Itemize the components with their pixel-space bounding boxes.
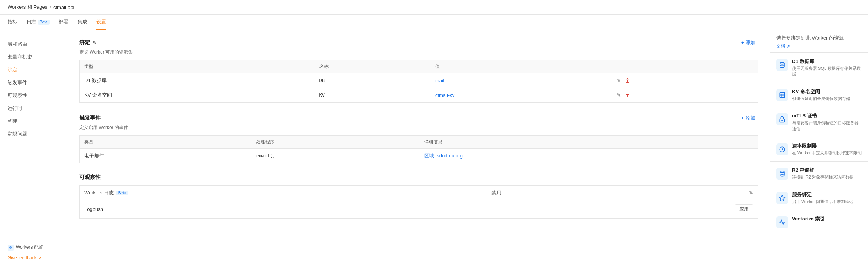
breadcrumb: Workers 和 Pages / cfmail-api xyxy=(0,0,868,15)
sidebar-item-triggers[interactable]: 触发事件 xyxy=(0,76,68,89)
obs-apply-btn-1[interactable]: 应用 xyxy=(735,204,753,214)
tab-label-logs: 日志 xyxy=(26,18,36,25)
obs-label-cell-1: Logpush xyxy=(80,200,487,219)
sidebar: 域和路由变量和机密绑定触发事件可观察性运行时构建常规问题 ⚙ Workers 配… xyxy=(0,30,68,274)
binding-delete-icon-0[interactable]: 🗑 xyxy=(625,77,630,83)
resource-icon-service xyxy=(776,192,788,204)
resource-item-service[interactable]: 服务绑定 启用 Worker 间通信，不增加延迟 xyxy=(770,186,868,210)
sidebar-item-bindings[interactable]: 绑定 xyxy=(0,63,68,76)
resource-item-ratelimit[interactable]: 速率限制器 在 Worker 中定义并强制执行速率限制 xyxy=(770,137,868,162)
tab-integrations[interactable]: 集成 xyxy=(78,15,87,30)
bindings-table-row: D1 数据库 DB mail ✎ 🗑 xyxy=(80,73,758,88)
trigger-actions-0 xyxy=(703,149,758,163)
svg-point-0 xyxy=(780,62,784,64)
breadcrumb-current: cfmail-api xyxy=(53,5,74,10)
workers-config-icon: ⚙ xyxy=(8,245,14,251)
resource-item-kv[interactable]: KV 命名空间 创建低延迟的全局键值数据存储 xyxy=(770,83,868,107)
sidebar-item-runtime[interactable]: 运行时 xyxy=(0,102,68,115)
workers-config-link[interactable]: ⚙ Workers 配置 xyxy=(8,244,60,251)
resource-info-mtls: mTLS 证书 与需要客户端身份验证的目标服务器通信 xyxy=(792,112,862,132)
resource-item-r2[interactable]: R2 存储桶 连接到 R2 对象存储桶来访问数据 xyxy=(770,162,868,186)
binding-edit-icon-0[interactable]: ✎ xyxy=(617,77,621,83)
resource-desc-d1: 使用无服务器 SQL 数据库存储关系数据 xyxy=(792,66,862,77)
sidebar-item-domains[interactable]: 域和路由 xyxy=(0,38,68,51)
bindings-add-button[interactable]: + 添加 xyxy=(738,38,758,48)
svg-rect-1 xyxy=(780,92,785,98)
resource-icon-mtls xyxy=(776,113,788,125)
binding-edit-icon-1[interactable]: ✎ xyxy=(617,92,621,98)
col-type: 类型 xyxy=(80,60,315,73)
binding-value-link-1[interactable]: cfmail-kv xyxy=(435,92,454,98)
obs-label-0: Workers 日志 xyxy=(84,190,114,195)
binding-value-cell-1: cfmail-kv xyxy=(431,88,612,103)
main-layout: 域和路由变量和机密绑定触发事件可观察性运行时构建常规问题 ⚙ Workers 配… xyxy=(0,30,868,274)
resource-item-vectorize[interactable]: Vectorize 索引 xyxy=(770,210,868,234)
resource-name-d1: D1 数据库 xyxy=(792,58,862,65)
resource-desc-service: 启用 Worker 间通信，不增加延迟 xyxy=(792,199,862,205)
triggers-title: 触发事件 xyxy=(79,115,101,122)
resource-item-mtls[interactable]: mTLS 证书 与需要客户端身份验证的目标服务器通信 xyxy=(770,107,868,137)
binding-actions-0: ✎ 🗑 xyxy=(612,73,758,88)
right-panel-title: 选择要绑定到此 Worker 的资源 xyxy=(776,35,862,42)
resource-name-service: 服务绑定 xyxy=(792,191,862,198)
binding-value-link-0[interactable]: mail xyxy=(435,78,444,83)
sidebar-item-build[interactable]: 构建 xyxy=(0,115,68,128)
sidebar-item-observability[interactable]: 可观察性 xyxy=(0,89,68,102)
resource-name-r2: R2 存储桶 xyxy=(792,167,862,174)
resource-desc-ratelimit: 在 Worker 中定义并强制执行速率限制 xyxy=(792,150,862,156)
bindings-title: 绑定 ✎ xyxy=(79,39,96,46)
tab-deployments[interactable]: 部署 xyxy=(59,15,68,30)
give-feedback-link[interactable]: Give feedback ↗ xyxy=(8,255,60,260)
obs-action-cell-1: 应用 xyxy=(596,200,758,219)
binding-name-0: DB xyxy=(315,73,431,88)
binding-value-cell-0: mail xyxy=(431,73,612,88)
bindings-edit-icon[interactable]: ✎ xyxy=(92,40,96,45)
resource-info-service: 服务绑定 启用 Worker 间通信，不增加延迟 xyxy=(792,191,862,205)
col-actions xyxy=(612,60,758,73)
triggers-subtitle: 定义启用 Worker 的事件 xyxy=(79,125,758,131)
doc-link[interactable]: 文档 ↗ xyxy=(776,43,862,49)
resource-icon-vectorize xyxy=(776,216,788,228)
tab-label-deployments: 部署 xyxy=(59,18,68,25)
tab-settings[interactable]: 设置 xyxy=(96,15,106,30)
triggers-header: 触发事件 + 添加 xyxy=(79,113,758,123)
workers-config-label: Workers 配置 xyxy=(16,244,43,251)
trigger-detail-link-0[interactable]: 区域: sdod.eu.org xyxy=(424,153,463,159)
sidebar-item-variables[interactable]: 变量和机密 xyxy=(0,51,68,63)
tab-navigation: 指标日志Beta部署集成设置 xyxy=(0,15,868,30)
resource-desc-r2: 连接到 R2 对象存储桶来访问数据 xyxy=(792,174,862,180)
resource-icon-d1 xyxy=(776,59,788,71)
tab-logs[interactable]: 日志Beta xyxy=(26,15,50,30)
trigger-type-0: 电子邮件 xyxy=(80,149,252,163)
obs-label-cell-0: Workers 日志Beta xyxy=(80,186,487,200)
tab-metrics[interactable]: 指标 xyxy=(8,15,17,30)
tab-label-metrics: 指标 xyxy=(8,18,17,25)
external-link-icon: ↗ xyxy=(38,256,41,260)
bindings-header: 绑定 ✎ + 添加 xyxy=(79,38,758,48)
bindings-subtitle: 定义 Worker 可用的资源集 xyxy=(79,49,758,55)
binding-delete-icon-1[interactable]: 🗑 xyxy=(625,92,630,98)
right-panel-header: 选择要绑定到此 Worker 的资源 文档 ↗ xyxy=(770,30,868,53)
trigger-detail-cell-0: 区域: sdod.eu.org xyxy=(420,149,703,163)
resource-name-vectorize: Vectorize 索引 xyxy=(792,216,862,222)
tab-label-integrations: 集成 xyxy=(78,18,87,25)
resource-icon-ratelimit xyxy=(776,143,788,155)
resource-info-ratelimit: 速率限制器 在 Worker 中定义并强制执行速率限制 xyxy=(792,143,862,156)
obs-badge-0: Beta xyxy=(116,191,129,195)
resource-item-d1[interactable]: D1 数据库 使用无服务器 SQL 数据库存储关系数据 xyxy=(770,53,868,83)
triggers-add-button[interactable]: + 添加 xyxy=(738,113,758,123)
sidebar-item-faq[interactable]: 常规问题 xyxy=(0,128,68,140)
svg-marker-9 xyxy=(780,195,785,200)
doc-external-icon: ↗ xyxy=(786,44,790,49)
resource-name-mtls: mTLS 证书 xyxy=(792,112,862,119)
resource-desc-kv: 创建低延迟的全局键值数据存储 xyxy=(792,96,862,102)
trigger-handler-0: email() xyxy=(252,149,420,163)
triggers-table-row: 电子邮件 email() 区域: sdod.eu.org xyxy=(80,149,758,163)
svg-point-6 xyxy=(782,120,783,121)
triggers-table: 类型 处理程序 详细信息 电子邮件 email() 区域: sdod.eu.or… xyxy=(79,135,758,163)
breadcrumb-separator: / xyxy=(50,5,51,10)
right-panel: 选择要绑定到此 Worker 的资源 文档 ↗ D1 数据库 使用无服务器 SQ… xyxy=(770,30,868,274)
obs-status-text-0: 禁用 xyxy=(491,190,501,195)
breadcrumb-parent[interactable]: Workers 和 Pages xyxy=(8,4,47,11)
obs-edit-icon-0[interactable]: ✎ xyxy=(749,190,753,196)
